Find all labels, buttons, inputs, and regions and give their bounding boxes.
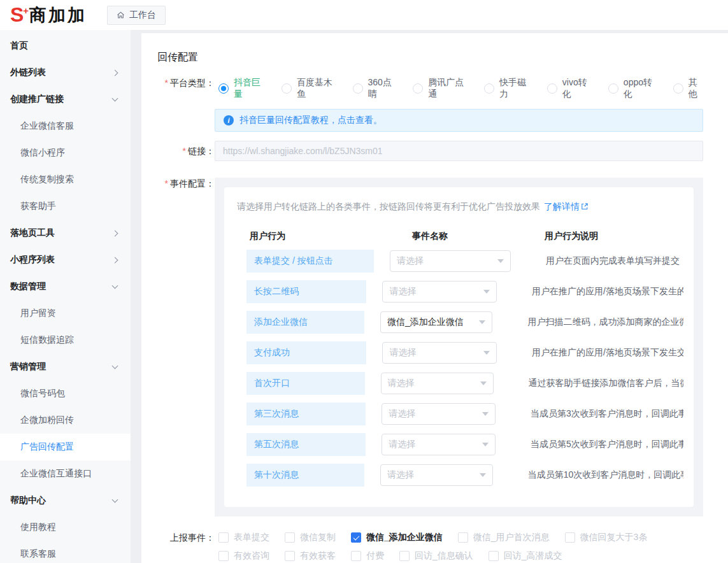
event-table: 表单提交 / 按钮点击 请选择 用户在页面内完成表单填写并提交 长按二维码 请选… xyxy=(237,246,683,490)
home-icon xyxy=(117,11,125,19)
sidebar-item-marketing[interactable]: 营销管理 xyxy=(0,353,131,380)
checkbox-icon xyxy=(489,551,499,561)
sidebar-item-wecom-fans-callback[interactable]: 企微加粉回传 xyxy=(0,407,131,434)
required-asterisk: * xyxy=(165,78,168,88)
checkbox-form-submit[interactable]: 表单提交 xyxy=(218,532,269,543)
row-description: 用户在推广的应用/落地页场景下发生交... xyxy=(532,347,683,359)
checkbox-wechat-first-message[interactable]: 微信_用户首次消息 xyxy=(458,532,550,543)
checkbox-wechat-copy[interactable]: 微信复制 xyxy=(285,532,336,543)
sidebar-item-copy-search[interactable]: 传统复制搜索 xyxy=(0,166,131,193)
sidebar-item-wecom-interop-api[interactable]: 企业微信互通接口 xyxy=(0,460,131,487)
radio-icon xyxy=(547,83,557,94)
table-row-add-wecom: 添加企业微信 微信_添加企业微信 用户扫描二维码，成功添加商家的企业微信 xyxy=(237,307,683,338)
sidebar-item-wechat-miniprogram[interactable]: 微信小程序 xyxy=(0,139,131,166)
action-third-message[interactable]: 第三次消息 xyxy=(246,403,366,425)
row-description: 用户在推广的应用/落地页场景下发生的... xyxy=(532,286,683,297)
sidebar-item-external-links[interactable]: 外链列表 xyxy=(0,59,131,86)
plus-icon: + xyxy=(23,5,28,16)
report-events-label: 上报事件： xyxy=(157,532,215,562)
row-description: 当成员第3次收到客户消息时，回调此事... xyxy=(531,408,683,420)
checkbox-callback-high-intent[interactable]: 回访_高潜成交 xyxy=(489,550,562,562)
action-form-submit[interactable]: 表单提交 / 按钮点击 xyxy=(246,250,374,273)
report-checkbox-line-2: 有效咨询 有效获客 付费 回访_信息确认 回访_高潜成交 xyxy=(218,550,647,562)
brand-logo[interactable]: S+ 商加加 xyxy=(10,5,87,25)
sidebar-item-ad-callback-config[interactable]: 广告回传配置 xyxy=(0,434,131,460)
link-input[interactable] xyxy=(215,141,703,161)
row-description: 当成员第10次收到客户消息时，回调此事... xyxy=(528,469,683,481)
checkbox-icon xyxy=(458,532,468,543)
radio-baidu-jimuyu[interactable]: 百度基木鱼 xyxy=(282,77,336,100)
event-config-row: *事件配置： 请选择用户转化链路上的各类事件，按链路回传将更有利于优化广告投放效… xyxy=(157,178,703,517)
chevron-down-caret xyxy=(483,351,490,355)
table-row-payment-success: 支付成功 请选择 用户在推广的应用/落地页场景下发生交... xyxy=(237,338,683,368)
row-description: 用户在页面内完成表单填写并提交 xyxy=(546,255,680,267)
event-select-form-submit[interactable]: 请选择 xyxy=(390,250,511,272)
checkbox-wechat-reply-gt3[interactable]: 微信回复大于3条 xyxy=(565,532,648,543)
sidebar-item-miniprogram-list[interactable]: 小程序列表 xyxy=(0,246,131,273)
sidebar-item-acquisition-assistant[interactable]: 获客助手 xyxy=(0,193,131,220)
event-config-label: *事件配置： xyxy=(157,178,215,517)
sidebar-item-contact-support[interactable]: 联系客服 xyxy=(0,541,131,563)
radio-tencent-guangdiantong[interactable]: 腾讯广点通 xyxy=(413,77,467,100)
link-label: *链接： xyxy=(157,145,215,157)
report-checkbox-group: 表单提交 微信复制 微信_添加企业微信 微信_用户首次消息 微信回复大于3条 有… xyxy=(218,532,647,562)
event-table-header: 用户行为 事件名称 用户行为说明 xyxy=(237,231,683,242)
checkbox-callback-info-confirm[interactable]: 回访_信息确认 xyxy=(399,550,473,562)
sidebar-item-help-center[interactable]: 帮助中心 xyxy=(0,487,131,514)
event-select-first-message[interactable]: 请选择 xyxy=(381,373,494,394)
action-fifth-message[interactable]: 第五次消息 xyxy=(246,433,366,456)
sidebar-item-create-promo-link[interactable]: 创建推广链接 xyxy=(0,86,131,113)
action-long-press-qr[interactable]: 长按二维码 xyxy=(246,280,366,303)
table-row-third-message: 第三次消息 请选择 当成员第3次收到客户消息时，回调此事... xyxy=(237,399,683,429)
table-row-tenth-message: 第十次消息 请选择 当成员第10次收到客户消息时，回调此事... xyxy=(237,460,683,490)
action-payment-success[interactable]: 支付成功 xyxy=(246,341,366,364)
sidebar-item-wechat-number-pack[interactable]: 微信号码包 xyxy=(0,380,131,407)
radio-kuaishou-cili[interactable]: 快手磁力 xyxy=(484,77,531,100)
chevron-down-caret xyxy=(482,443,489,446)
tab-workspace[interactable]: 工作台 xyxy=(107,6,166,25)
tutorial-info-alert[interactable]: i 抖音巨量回传配置教程，点击查看。 xyxy=(215,109,703,132)
sidebar-item-user-leads[interactable]: 用户留资 xyxy=(0,300,131,327)
chevron-down-caret xyxy=(480,473,486,477)
radio-other[interactable]: 其他 xyxy=(673,77,703,100)
platform-type-label: *平台类型： xyxy=(157,77,215,100)
event-select-long-press-qr[interactable]: 请选择 xyxy=(382,281,497,303)
learn-more-link[interactable]: 了解详情 xyxy=(544,201,589,211)
checkbox-wechat-add-wecom[interactable]: 微信_添加企业微信 xyxy=(351,532,443,543)
sidebar-item-landing-tools[interactable]: 落地页工具 xyxy=(0,220,131,246)
sidebar-item-data-management[interactable]: 数据管理 xyxy=(0,273,131,300)
alert-text: 抖音巨量回传配置教程，点击查看。 xyxy=(239,115,382,126)
top-bar: S+ 商加加 工作台 xyxy=(0,0,728,30)
radio-icon xyxy=(484,83,494,94)
sidebar-item-wecom-service[interactable]: 企业微信客服 xyxy=(0,113,131,139)
sidebar-item-sms-tracking[interactable]: 短信数据追踪 xyxy=(0,327,131,353)
checkbox-payment[interactable]: 付费 xyxy=(351,550,384,562)
sidebar-item-tutorial[interactable]: 使用教程 xyxy=(0,514,131,541)
radio-vivo[interactable]: vivo转化 xyxy=(547,77,592,100)
radio-icon xyxy=(282,83,292,94)
report-events-row: 上报事件： 表单提交 微信复制 微信_添加企业微信 微信_用户首次消息 微信回复… xyxy=(157,532,703,562)
chevron-down-icon xyxy=(112,282,118,289)
sidebar-item-home[interactable]: 首页 xyxy=(0,32,131,59)
event-select-third-message[interactable]: 请选择 xyxy=(382,403,496,425)
brand-name: 商加加 xyxy=(29,5,87,25)
checkbox-valid-acquisition[interactable]: 有效获客 xyxy=(285,550,336,562)
event-select-add-wecom[interactable]: 微信_添加企业微信 xyxy=(380,311,493,333)
event-select-fifth-message[interactable]: 请选择 xyxy=(382,434,496,455)
checkbox-valid-consult[interactable]: 有效咨询 xyxy=(218,550,269,562)
radio-douyin-juliang[interactable]: 抖音巨量 xyxy=(218,77,265,100)
action-first-message[interactable]: 首次开口 xyxy=(246,372,365,395)
report-checkbox-line-1: 表单提交 微信复制 微信_添加企业微信 微信_用户首次消息 微信回复大于3条 xyxy=(218,532,647,543)
action-tenth-message[interactable]: 第十次消息 xyxy=(246,464,364,487)
radio-360-dianjing[interactable]: 360点睛 xyxy=(353,77,397,100)
chevron-right-icon xyxy=(112,230,118,236)
event-select-payment-success[interactable]: 请选择 xyxy=(382,342,497,364)
chevron-down-caret xyxy=(497,259,504,263)
required-asterisk: * xyxy=(183,146,186,156)
event-select-tenth-message[interactable]: 请选择 xyxy=(380,464,493,486)
action-add-wecom[interactable]: 添加企业微信 xyxy=(246,311,364,334)
checkbox-icon xyxy=(351,551,361,561)
table-row-fifth-message: 第五次消息 请选择 当成员第5次收到客户消息时，回调此事... xyxy=(237,429,683,460)
chevron-down-caret xyxy=(483,290,490,294)
radio-oppo[interactable]: oppo转化 xyxy=(608,77,657,100)
